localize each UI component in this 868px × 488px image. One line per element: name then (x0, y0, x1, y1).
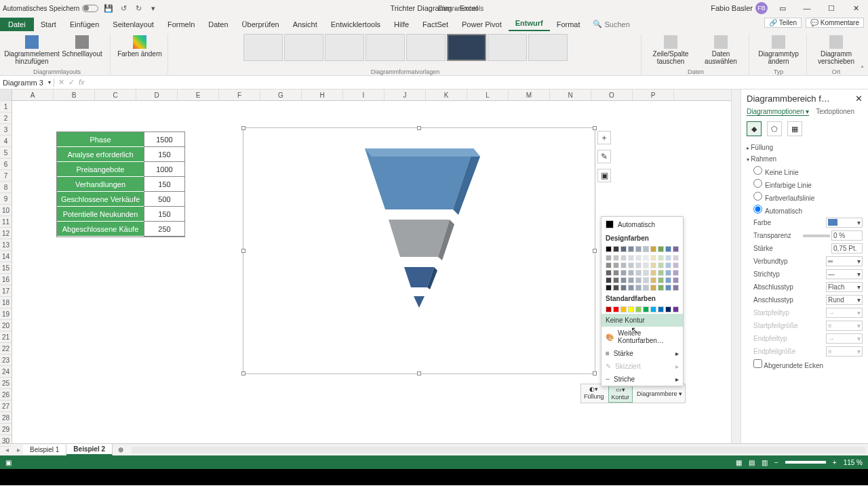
qat-dropdown-icon[interactable]: ▾ (149, 3, 158, 13)
move-chart-button[interactable]: Diagramm verschieben (812, 34, 860, 65)
border-none-radio[interactable]: Keine Linie (747, 165, 863, 178)
sheet-nav-prev-icon[interactable]: ◂ (0, 446, 14, 453)
tab-factset[interactable]: FactSet (416, 18, 455, 31)
size-props-tab-icon[interactable]: ▦ (787, 121, 802, 136)
chart-style-5[interactable] (406, 34, 446, 61)
border-join[interactable]: AnschlusstypRund▾ (747, 293, 863, 306)
add-chart-element-button[interactable]: Diagrammelement hinzufügen (8, 34, 56, 65)
chart-style-1[interactable] (243, 34, 283, 61)
chart-elements-button[interactable]: ＋ (597, 131, 611, 144)
quick-layout-button[interactable]: Schnelllayout (58, 34, 106, 58)
tab-data[interactable]: Daten (201, 18, 235, 31)
automatic-color[interactable]: Automatisch (601, 217, 683, 232)
collapse-ribbon-icon[interactable]: ˄ (861, 65, 864, 73)
close-pane-icon[interactable]: ✕ (855, 94, 863, 104)
chart-style-4[interactable] (366, 34, 405, 61)
chart-style-8[interactable] (528, 34, 568, 61)
fx-icon[interactable]: fx (79, 78, 85, 87)
chart-style-3[interactable] (325, 34, 364, 61)
tab-file[interactable]: Datei (0, 18, 34, 31)
chart-style-6[interactable] (447, 34, 486, 61)
share-button[interactable]: 🔗 Teilen (764, 18, 802, 28)
border-dash[interactable]: Strichtyp—▾ (747, 268, 863, 281)
tab-insert[interactable]: Einfügen (63, 18, 106, 31)
change-colors-button[interactable]: Farben ändern (116, 34, 163, 58)
cancel-formula-icon[interactable]: ✕ (58, 78, 64, 87)
comments-button[interactable]: 💬 Kommentare (806, 18, 864, 28)
border-solid-radio[interactable]: Einfarbige Linie (747, 178, 863, 190)
tab-powerpivot[interactable]: Power Pivot (455, 18, 509, 31)
close-icon[interactable]: ✕ (846, 1, 865, 15)
zoom-level[interactable]: 115 % (844, 459, 863, 466)
view-page-layout-icon[interactable]: ▤ (749, 459, 755, 466)
chart-style-7[interactable] (488, 34, 527, 61)
vertical-scrollbar[interactable] (731, 89, 741, 443)
search-box[interactable]: 🔍 Suchen (587, 17, 635, 31)
border-auto-radio[interactable]: Automatisch (747, 203, 863, 216)
tab-start[interactable]: Start (34, 18, 63, 31)
border-section-header[interactable]: Rahmen (747, 153, 863, 165)
more-outline-colors[interactable]: 🎨Weitere Konturfarben… (601, 327, 683, 347)
tab-review[interactable]: Überprüfen (235, 18, 286, 31)
border-transparency[interactable]: Transparenz0 % (747, 229, 863, 242)
border-cap[interactable]: AbschlusstypFlach▾ (747, 281, 863, 293)
sheet-tab-1[interactable]: Beispiel 1 (23, 445, 66, 455)
zoom-out-icon[interactable]: − (774, 459, 778, 466)
tab-view[interactable]: Ansicht (286, 18, 324, 31)
border-compound[interactable]: Verbundtyp═▾ (747, 255, 863, 268)
user-account[interactable]: Fabio Basler FB (711, 2, 768, 14)
mini-chart-area-button[interactable]: Diagrammbere▾ (634, 384, 685, 403)
chart-style-2[interactable] (284, 34, 323, 61)
undo-icon[interactable]: ↺ (119, 3, 128, 13)
save-icon[interactable]: 💾 (104, 3, 113, 13)
sheet-tab-2[interactable]: Beispiel 2 (66, 444, 113, 455)
view-normal-icon[interactable]: ▦ (736, 459, 742, 466)
funnel-chart[interactable]: ＋ ✎ ▣ (243, 127, 595, 374)
tab-page-layout[interactable]: Seitenlayout (106, 18, 161, 31)
subtab-text-options[interactable]: Textoptionen (816, 108, 854, 116)
switch-row-col-button[interactable]: Zeile/Spalte tauschen (647, 34, 694, 65)
standard-color-grid[interactable] (601, 305, 683, 314)
record-macro-icon[interactable]: ▣ (5, 459, 12, 466)
mini-outline-button[interactable]: ▭▾Kontur (608, 384, 633, 403)
tab-help[interactable]: Hilfe (387, 18, 416, 31)
theme-color-grid[interactable] (601, 245, 683, 253)
sheet-nav-next-icon[interactable]: ▸ (14, 446, 23, 453)
outline-weight[interactable]: ≡Stärke▸ (601, 347, 683, 360)
zoom-slider[interactable] (785, 461, 826, 464)
no-outline[interactable]: Keine Kontur (601, 314, 683, 327)
tab-formulas[interactable]: Formeln (161, 18, 201, 31)
fill-section-header[interactable]: Füllung (747, 142, 863, 153)
mini-fill-button[interactable]: ◐▾Füllung (581, 384, 607, 403)
outline-dashes[interactable]: ┄Striche▸ (601, 373, 683, 386)
view-page-break-icon[interactable]: ▥ (762, 459, 768, 466)
subtab-chart-options[interactable]: Diagrammoptionen ▾ (747, 108, 809, 116)
tab-devtools[interactable]: Entwicklertools (324, 18, 387, 31)
worksheet-grid[interactable]: ABCDEFGHIJKLMNOP Phase1500Analyse erford… (12, 89, 741, 443)
border-gradient-radio[interactable]: Farbverlaufslinie (747, 190, 863, 203)
maximize-icon[interactable]: ☐ (822, 1, 841, 15)
accept-formula-icon[interactable]: ✓ (68, 78, 75, 87)
horizontal-scrollbar[interactable] (132, 447, 865, 453)
border-width[interactable]: Stärke0,75 Pt. (747, 242, 863, 255)
autosave-toggle[interactable]: Automatisches Speichern (3, 5, 98, 12)
effects-tab-icon[interactable]: ⬠ (767, 121, 782, 136)
border-color[interactable]: Farbe▾ (747, 216, 863, 229)
select-data-button[interactable]: Daten auswählen (697, 34, 745, 65)
minimize-icon[interactable]: — (797, 1, 816, 15)
fill-line-tab-icon[interactable]: ◆ (747, 121, 762, 136)
chart-filters-button[interactable]: ▣ (597, 169, 611, 182)
chart-styles-button[interactable]: ✎ (597, 150, 611, 163)
redo-icon[interactable]: ↻ (134, 3, 143, 13)
source-data-table[interactable]: Phase1500Analyse erforderlich150Preisang… (56, 131, 185, 237)
tab-design[interactable]: Entwurf (509, 16, 550, 31)
name-box[interactable]: Diagramm 3▾ (0, 79, 54, 87)
change-chart-type-button[interactable]: Diagrammtyp ändern (755, 34, 802, 65)
ribbon-display-icon[interactable]: ▭ (773, 1, 792, 15)
new-sheet-icon[interactable]: ⊕ (113, 446, 129, 453)
select-all-corner[interactable] (0, 89, 12, 101)
tab-format[interactable]: Format (550, 18, 587, 31)
rounded-corners-check[interactable]: Abgerundete Ecken (747, 358, 863, 371)
zoom-in-icon[interactable]: + (833, 459, 837, 466)
theme-shades-grid[interactable] (601, 253, 683, 292)
